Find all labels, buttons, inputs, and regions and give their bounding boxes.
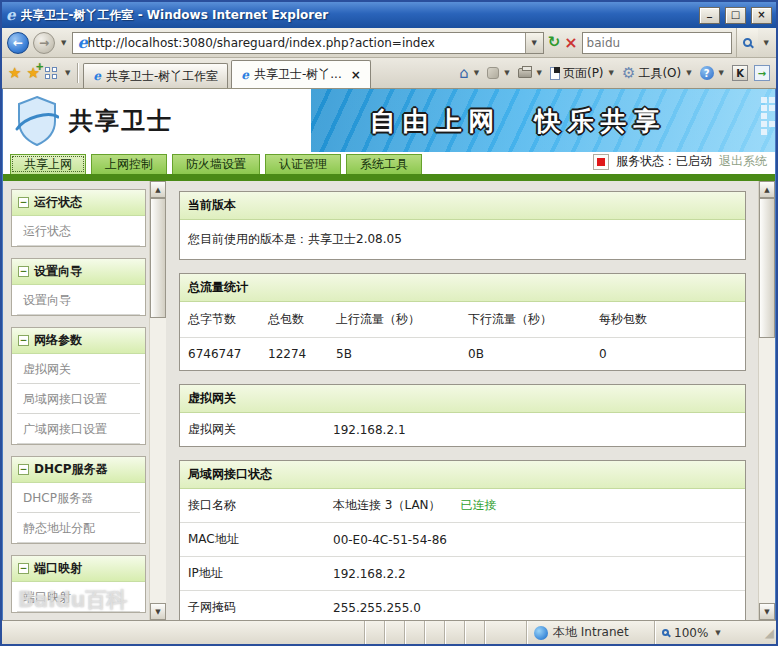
scrollbar-thumb[interactable] xyxy=(150,198,166,318)
sidebar-section-wizard: − 设置向导 设置向导 xyxy=(11,258,146,316)
forward-icon: → xyxy=(39,36,49,50)
maximize-icon: □ xyxy=(731,10,740,20)
open-new-window-button[interactable]: → xyxy=(754,65,770,81)
scroll-up-icon[interactable]: ▲ xyxy=(150,181,166,198)
scroll-down-icon[interactable]: ▼ xyxy=(150,603,166,620)
collapse-icon[interactable]: − xyxy=(18,266,29,277)
search-go-button[interactable] xyxy=(736,28,758,57)
row-value: 192.168.2.1 xyxy=(333,421,737,438)
row-label: IP地址 xyxy=(188,565,333,582)
scroll-up-icon[interactable]: ▲ xyxy=(759,181,775,198)
nav-tab-access-control[interactable]: 上网控制 xyxy=(91,154,167,174)
row-label: MAC地址 xyxy=(188,531,333,548)
url-input[interactable] xyxy=(88,36,525,50)
quick-tabs-icon[interactable] xyxy=(45,67,58,80)
cell-upstream: 5B xyxy=(336,347,468,361)
row-value: 本地连接 3（LAN） 已连接 xyxy=(333,497,737,514)
exit-system-link[interactable]: 退出系统 xyxy=(719,153,767,170)
search-box[interactable] xyxy=(582,32,732,54)
col-header: 总字节数 xyxy=(188,311,268,328)
sidebar-item-port-mapping[interactable]: 端口映射 xyxy=(17,582,140,612)
search-input[interactable] xyxy=(583,36,731,50)
ie-tab-icon: e xyxy=(93,69,101,83)
feeds-button[interactable]: ▼ xyxy=(487,67,511,79)
collapse-icon[interactable]: − xyxy=(18,464,29,475)
sidebar-item-wan-interface[interactable]: 广域网接口设置 xyxy=(17,414,140,444)
home-button[interactable]: ⌂ ▼ xyxy=(459,64,481,82)
nav-tab-firewall[interactable]: 防火墙设置 xyxy=(172,154,260,174)
history-dropdown[interactable]: ▼ xyxy=(59,39,68,47)
brand-name: 共享卫士 xyxy=(69,105,173,137)
sidebar-item-wizard[interactable]: 设置向导 xyxy=(17,285,140,315)
sidebar-item-static-assign[interactable]: 静态地址分配 xyxy=(17,513,140,543)
scrollbar-thumb[interactable] xyxy=(759,198,775,338)
zoom-control[interactable]: 100% ▼ xyxy=(654,621,758,644)
browser-window: e 共享卫士-树丫工作室 - Windows Internet Explorer… xyxy=(0,0,778,646)
refresh-button[interactable]: ↻ xyxy=(548,35,561,50)
collapse-icon[interactable]: − xyxy=(18,197,29,208)
command-bar: ⌂ ▼ ▼ ▼ 页面(P) ▼ ⚙ 工具(O) ▼ ? xyxy=(459,58,772,88)
nav-tab-auth[interactable]: 认证管理 xyxy=(265,154,341,174)
sidebar-item-virtual-gateway[interactable]: 虚拟网关 xyxy=(17,354,140,384)
tools-menu-button[interactable]: ⚙ 工具(O) ▼ xyxy=(622,64,694,82)
favorites-center-icon[interactable]: ★ xyxy=(8,64,21,82)
col-header: 上行流量（秒） xyxy=(336,311,468,328)
nav-tab-share-internet[interactable]: 共享上网 xyxy=(10,154,86,174)
service-status-label: 服务状态：已启动 xyxy=(616,153,712,170)
back-button[interactable]: ← xyxy=(7,32,29,54)
chevron-down-icon: ▼ xyxy=(502,69,511,77)
page-menu-button[interactable]: 页面(P) ▼ xyxy=(550,65,616,82)
tab-shareguard-2[interactable]: e 共享卫士-树丫... × xyxy=(231,60,370,88)
sidebar-scrollbar[interactable]: ▲ ▼ xyxy=(149,181,166,620)
sidebar-section-dhcp: − DHCP服务器 DHCP服务器 静态地址分配 xyxy=(11,456,146,544)
close-button[interactable]: × xyxy=(751,7,772,24)
status-message-cell xyxy=(2,621,364,644)
print-button[interactable]: ▼ xyxy=(518,68,544,78)
stop-button[interactable]: × xyxy=(564,35,577,51)
add-favorite-icon[interactable]: ★ xyxy=(26,64,39,82)
url-dropdown-button[interactable]: ▼ xyxy=(525,33,543,53)
ie-tab-icon: e xyxy=(241,68,249,82)
panel-title: 虚拟网关 xyxy=(180,385,745,413)
resize-grip[interactable]: ◢ xyxy=(758,621,776,644)
page-icon xyxy=(550,67,560,80)
addon-k-button[interactable]: K xyxy=(732,65,748,81)
row-label: 接口名称 xyxy=(188,497,333,514)
sidebar-item-dhcp-server[interactable]: DHCP服务器 xyxy=(17,483,140,513)
nav-tab-system-tools[interactable]: 系统工具 xyxy=(346,154,422,174)
main-scrollbar[interactable]: ▲ ▼ xyxy=(758,181,775,620)
zoom-dropdown-icon[interactable]: ▼ xyxy=(713,629,722,637)
section-header: − 端口映射 xyxy=(12,556,145,582)
chevron-down-icon: ▼ xyxy=(531,39,536,47)
rss-feed-icon xyxy=(487,67,499,79)
status-badge: 已连接 xyxy=(461,497,497,514)
close-icon: × xyxy=(757,10,765,20)
address-field[interactable]: e ▼ xyxy=(72,32,543,54)
tab-shareguard-1[interactable]: e 共享卫士-树丫工作室 xyxy=(83,63,228,88)
status-bar: 本地 Intranet 100% ▼ ◢ xyxy=(2,620,776,644)
tools-menu-label: 工具(O) xyxy=(638,65,681,82)
scrollbar-track[interactable] xyxy=(759,338,775,603)
chevron-down-icon: ▼ xyxy=(535,69,544,77)
app-banner: 共享卫士 自由上网 快乐共享 xyxy=(3,89,775,152)
sidebar-item-lan-interface[interactable]: 局域网接口设置 xyxy=(17,384,140,414)
close-tab-icon[interactable]: × xyxy=(351,68,361,82)
col-header: 每秒包数 xyxy=(599,311,737,328)
scrollbar-track[interactable] xyxy=(150,318,166,603)
sidebar-section-run-status: − 运行状态 运行状态 xyxy=(11,189,146,247)
forward-button[interactable]: → xyxy=(33,32,55,54)
sidebar-item-run-status[interactable]: 运行状态 xyxy=(17,216,140,246)
row-value: 255.255.255.0 xyxy=(333,599,737,616)
stop-service-button[interactable] xyxy=(593,154,609,170)
minimize-button[interactable]: _ xyxy=(699,7,720,24)
collapse-icon[interactable]: − xyxy=(18,335,29,346)
help-menu-button[interactable]: ? ▼ xyxy=(700,66,726,80)
tab-list-dropdown[interactable]: ▼ xyxy=(63,69,72,77)
maximize-button[interactable]: □ xyxy=(725,7,746,24)
panel-title: 局域网接口状态 xyxy=(180,461,745,489)
traffic-value-row: 6746747 12274 5B 0B 0 xyxy=(180,337,745,370)
search-options-dropdown[interactable]: ▼ xyxy=(762,39,771,47)
favorites-group: ★ ★ ▼ xyxy=(6,58,80,88)
collapse-icon[interactable]: − xyxy=(18,563,29,574)
scroll-down-icon[interactable]: ▼ xyxy=(759,603,775,620)
